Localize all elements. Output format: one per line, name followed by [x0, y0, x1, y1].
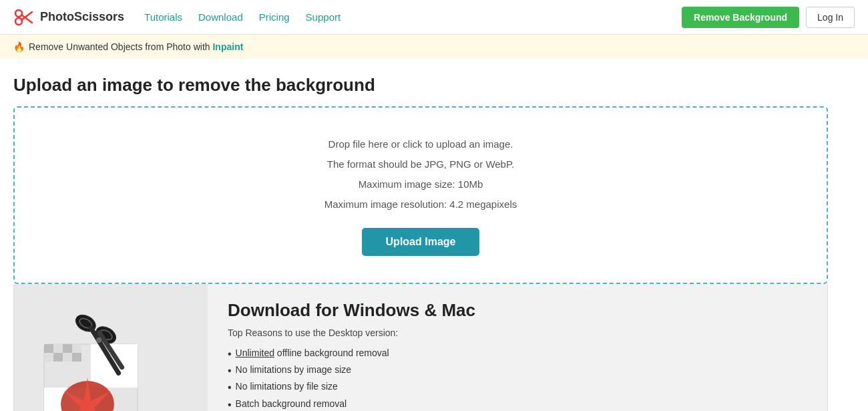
- upload-line4: Maximum image resolution: 4.2 megapixels: [28, 194, 813, 215]
- feature-item-1: Unlimited offline background removal: [228, 348, 475, 360]
- banner-text: Remove Unwanted Objects from Photo with: [29, 41, 210, 52]
- feature-list: Unlimited offline background removal No …: [228, 348, 475, 411]
- upload-line2: The format should be JPG, PNG or WebP.: [28, 154, 813, 174]
- download-section: Download for Windows & Mac Top Reasons t…: [13, 284, 828, 411]
- download-content: Download for Windows & Mac Top Reasons t…: [208, 284, 495, 411]
- fire-icon: 🔥: [13, 41, 25, 52]
- feature-unlimited: Unlimited: [236, 348, 274, 358]
- feature-item-3: No limitations by file size: [228, 381, 475, 394]
- upload-line3: Maximum image size: 10Mb: [28, 174, 813, 194]
- logo-area: PhotoScissors: [13, 7, 124, 28]
- upload-image-button[interactable]: Upload Image: [362, 228, 480, 256]
- inpaint-link[interactable]: Inpaint: [212, 41, 243, 52]
- svg-rect-11: [44, 353, 53, 362]
- feature-1-rest: offline background removal: [274, 348, 389, 358]
- download-image-area: [14, 284, 208, 411]
- svg-rect-13: [63, 344, 72, 353]
- svg-rect-16: [72, 353, 81, 362]
- svg-rect-14: [63, 353, 72, 362]
- feature-item-4: Batch background removal: [228, 398, 475, 411]
- header-actions: Remove Background Log In: [682, 7, 855, 28]
- feature-3-text: No limitations by file size: [236, 381, 338, 392]
- logo-icon: [13, 7, 35, 28]
- scissors-illustration: [24, 304, 198, 411]
- logo-text: PhotoScissors: [40, 10, 124, 24]
- svg-point-1: [15, 10, 22, 17]
- main-content: Upload an image to remove the background…: [0, 59, 841, 411]
- svg-rect-15: [72, 344, 81, 353]
- upload-dropzone[interactable]: Drop file here or click to upload an ima…: [13, 106, 828, 284]
- upload-description: Drop file here or click to upload an ima…: [28, 134, 813, 215]
- login-button[interactable]: Log In: [806, 7, 855, 28]
- nav-support[interactable]: Support: [306, 11, 341, 23]
- nav-tutorials[interactable]: Tutorials: [144, 11, 182, 23]
- page-title: Upload an image to remove the background: [13, 75, 828, 96]
- upload-line1: Drop file here or click to upload an ima…: [28, 134, 813, 154]
- promo-banner: 🔥 Remove Unwanted Objects from Photo wit…: [0, 35, 868, 59]
- svg-rect-12: [53, 353, 63, 362]
- main-nav: Tutorials Download Pricing Support: [144, 11, 682, 23]
- svg-rect-9: [44, 344, 53, 353]
- download-title: Download for Windows & Mac: [228, 300, 475, 321]
- nav-download[interactable]: Download: [198, 11, 243, 23]
- feature-4-text: Batch background removal: [236, 398, 347, 409]
- svg-point-0: [15, 18, 22, 25]
- download-subtitle: Top Reasons to use the Desktop version:: [228, 327, 475, 338]
- remove-background-button[interactable]: Remove Background: [682, 7, 799, 28]
- feature-item-2: No limitations by image size: [228, 364, 475, 377]
- feature-2-text: No limitations by image size: [236, 364, 352, 375]
- svg-rect-10: [53, 344, 63, 353]
- nav-pricing[interactable]: Pricing: [259, 11, 290, 23]
- header: PhotoScissors Tutorials Download Pricing…: [0, 0, 868, 35]
